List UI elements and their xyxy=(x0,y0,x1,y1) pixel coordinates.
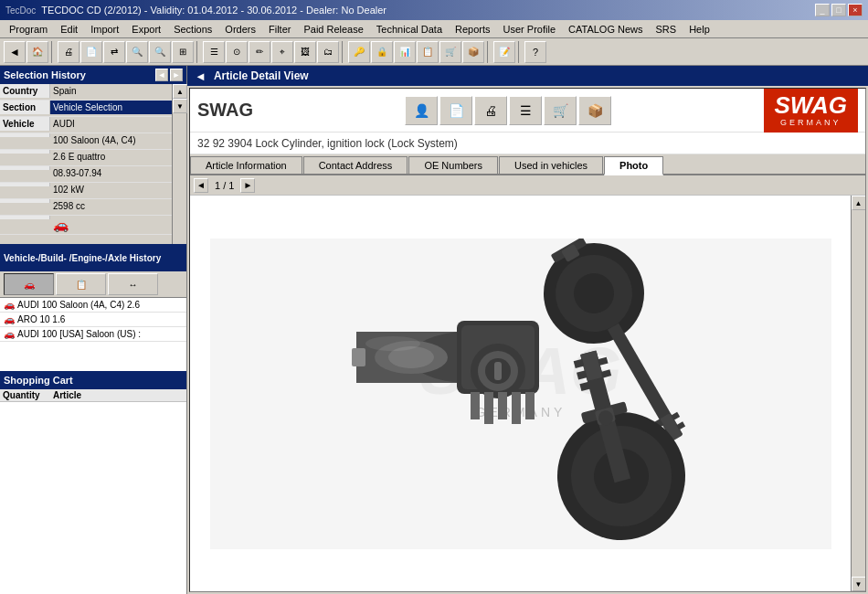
sel-value-cc[interactable]: 2598 cc xyxy=(50,199,172,213)
veh-icon-2: 🚗 xyxy=(4,314,15,324)
veh-text-1: AUDI 100 Saloon (4A, C4) 2.6 xyxy=(17,300,140,310)
sel-label-country: Country xyxy=(0,84,50,98)
tool-13[interactable]: 🔑 xyxy=(348,41,370,63)
photo-prev-button[interactable]: ◄ xyxy=(194,178,208,193)
menu-export[interactable]: Export xyxy=(126,23,166,36)
toolbar-separator-5 xyxy=(518,41,522,63)
sel-row-dates: 08.93-07.94 xyxy=(0,166,172,183)
cart-col-qty: Quantity xyxy=(3,390,53,400)
tab-contact-address[interactable]: Contact Address xyxy=(303,156,408,174)
brand-btn-cart[interactable]: 🛒 xyxy=(544,96,577,125)
tool-7[interactable]: ☰ xyxy=(203,41,225,63)
tool-12[interactable]: 🗂 xyxy=(317,41,339,63)
menu-user-profile[interactable]: User Profile xyxy=(498,23,561,36)
veh-item-3[interactable]: 🚗 AUDI 100 [USA] Saloon (US) : xyxy=(0,327,186,342)
tool-2[interactable]: 📄 xyxy=(80,41,102,63)
tool-1[interactable]: 🖨 xyxy=(58,41,79,63)
sel-row-section: Section Vehicle Selection xyxy=(0,101,172,117)
tab-oe-numbers[interactable]: OE Numbers xyxy=(408,156,498,174)
menu-edit[interactable]: Edit xyxy=(55,23,83,36)
tool-18[interactable]: 📦 xyxy=(462,41,484,63)
sel-value-section[interactable]: Vehicle Selection xyxy=(50,101,172,114)
tab-used-in-vehicles[interactable]: Used in vehicles xyxy=(499,156,603,174)
menu-reports[interactable]: Reports xyxy=(450,23,496,36)
title-bar-text: TecDoc TECDOC CD (2/2012) - Validity: 01… xyxy=(5,5,386,16)
photo-counter: 1 / 1 xyxy=(211,180,238,191)
tool-11[interactable]: 🖼 xyxy=(294,41,316,63)
photo-scrollbar[interactable]: ▲ ▼ xyxy=(851,196,865,591)
menu-filter[interactable]: Filter xyxy=(263,23,296,36)
tool-5[interactable]: 🔍 xyxy=(149,41,171,63)
tool-10[interactable]: ⌖ xyxy=(271,41,293,63)
menu-srs[interactable]: SRS xyxy=(651,23,683,36)
scroll-down-arrow[interactable]: ▼ xyxy=(173,99,187,113)
veh-item-2[interactable]: 🚗 ARO 10 1.6 xyxy=(0,313,186,327)
scroll-down-photo[interactable]: ▼ xyxy=(852,577,866,591)
article-desc-text: 32 92 3904 Lock Cylinder, ignition lock … xyxy=(197,137,458,150)
close-button[interactable]: × xyxy=(848,4,863,16)
sel-nav-left[interactable]: ◄ xyxy=(155,69,168,81)
sel-label-section: Section xyxy=(0,101,50,114)
sel-label-engine xyxy=(0,150,50,154)
vh-btn-axle[interactable]: ↔ xyxy=(108,273,158,295)
brand-btn-doc[interactable]: 📄 xyxy=(439,96,472,125)
scroll-up-photo[interactable]: ▲ xyxy=(852,196,866,210)
tool-6[interactable]: ⊞ xyxy=(172,41,194,63)
menu-import[interactable]: Import xyxy=(85,23,124,36)
brand-btn-person[interactable]: 👤 xyxy=(405,96,438,125)
vh-btn-list[interactable]: 📋 xyxy=(56,273,106,295)
vehicle-history-header: Vehicle-/Build- /Engine-/Axle History xyxy=(0,244,186,271)
menu-catalog-news[interactable]: CATALOG News xyxy=(563,23,649,36)
photo-next-button[interactable]: ► xyxy=(240,178,255,193)
svg-rect-16 xyxy=(498,392,507,419)
tab-photo[interactable]: Photo xyxy=(604,156,663,175)
vh-btn-car[interactable]: 🚗 xyxy=(4,273,54,295)
shopping-cart-title: Shopping Cart xyxy=(4,375,73,386)
detail-header-title: Article Detail View xyxy=(214,69,309,82)
menu-paid-release[interactable]: Paid Release xyxy=(298,23,368,36)
title-bar: TecDoc TECDOC CD (2/2012) - Validity: 01… xyxy=(0,0,868,20)
sel-value-dates[interactable]: 08.93-07.94 xyxy=(50,166,172,180)
svg-point-44 xyxy=(365,336,420,351)
sel-value-model[interactable]: 100 Saloon (4A, C4) xyxy=(50,133,172,147)
brand-header: SWAG 👤 📄 🖨 ☰ 🛒 📦 SWAG GERMANY xyxy=(190,89,865,133)
tool-17[interactable]: 🛒 xyxy=(439,41,461,63)
brand-btn-print[interactable]: 🖨 xyxy=(474,96,507,125)
brand-btn-box[interactable]: 📦 xyxy=(578,96,611,125)
tool-8[interactable]: ⊙ xyxy=(226,41,248,63)
tool-19[interactable]: 📝 xyxy=(493,41,515,63)
menu-help[interactable]: Help xyxy=(683,23,715,36)
tool-15[interactable]: 📊 xyxy=(394,41,416,63)
tool-16[interactable]: 📋 xyxy=(417,41,439,63)
sel-value-engine[interactable]: 2.6 E quattro xyxy=(50,150,172,164)
right-panel: ◄ Article Detail View SWAG 👤 📄 🖨 ☰ 🛒 📦 S… xyxy=(187,66,868,594)
maximize-button[interactable]: □ xyxy=(831,4,846,16)
tool-9[interactable]: ✏ xyxy=(249,41,270,63)
left-panel: Selection History ◄ ► Country Spain Sect… xyxy=(0,66,187,594)
tool-3[interactable]: ⇄ xyxy=(103,41,125,63)
sel-nav-right[interactable]: ► xyxy=(170,69,183,81)
menu-technical-data[interactable]: Technical Data xyxy=(371,23,448,36)
minimize-button[interactable]: _ xyxy=(815,4,830,16)
article-content: SWAG 👤 📄 🖨 ☰ 🛒 📦 SWAG GERMANY 32 92 3904… xyxy=(189,88,866,592)
lock-cylinder-image: SWAG GERMANY xyxy=(210,239,831,549)
menu-sections[interactable]: Sections xyxy=(168,23,217,36)
tool-4[interactable]: 🔍 xyxy=(126,41,148,63)
window-controls[interactable]: _ □ × xyxy=(815,4,863,16)
brand-btn-list[interactable]: ☰ xyxy=(509,96,542,125)
menu-program[interactable]: Program xyxy=(4,23,53,36)
veh-icon-1: 🚗 xyxy=(4,300,15,310)
sel-value-kw[interactable]: 102 kW xyxy=(50,183,172,196)
forward-button[interactable]: 🏠 xyxy=(26,41,48,63)
sel-value-vehicle[interactable]: AUDI xyxy=(50,117,172,131)
menu-orders[interactable]: Orders xyxy=(219,23,261,36)
back-button[interactable]: ◄ xyxy=(4,41,26,63)
tab-article-info[interactable]: Article Information xyxy=(190,156,302,174)
svg-rect-19 xyxy=(352,348,365,366)
veh-item-1[interactable]: 🚗 AUDI 100 Saloon (4A, C4) 2.6 xyxy=(0,298,186,313)
help-button[interactable]: ? xyxy=(524,41,546,63)
tool-14[interactable]: 🔒 xyxy=(371,41,393,63)
scroll-up-arrow[interactable]: ▲ xyxy=(173,84,187,99)
sel-scrollbar[interactable]: ▲ ▼ xyxy=(172,84,186,244)
sel-value-country[interactable]: Spain xyxy=(50,84,172,98)
